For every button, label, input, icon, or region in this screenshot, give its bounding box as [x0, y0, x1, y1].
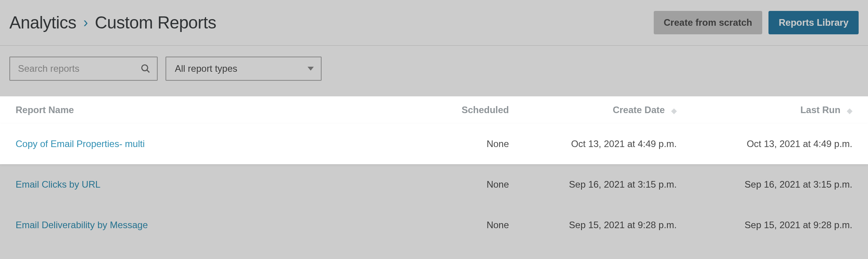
report-name-cell: Email Clicks by URL — [16, 179, 407, 190]
breadcrumb-root[interactable]: Analytics — [9, 13, 76, 32]
scheduled-cell: None — [407, 138, 509, 149]
last-run-cell: Sep 16, 2021 at 3:15 p.m. — [681, 179, 852, 190]
create-date-cell: Sep 16, 2021 at 3:15 p.m. — [509, 179, 681, 190]
chevron-right-icon: › — [84, 16, 88, 30]
table-row[interactable]: Email Deliverability by Message None Sep… — [0, 205, 868, 245]
search-input[interactable] — [9, 57, 158, 81]
page-header: Analytics › Custom Reports Create from s… — [0, 0, 868, 46]
scheduled-cell: None — [407, 220, 509, 231]
search-wrap — [9, 57, 158, 81]
scheduled-cell: None — [407, 179, 509, 190]
column-last-run-label: Last Run — [800, 105, 841, 115]
create-date-cell: Oct 13, 2021 at 4:49 p.m. — [509, 138, 681, 149]
table-row[interactable]: Email Clicks by URL None Sep 16, 2021 at… — [0, 164, 868, 205]
column-report-name[interactable]: Report Name — [16, 105, 407, 115]
breadcrumb: Analytics › Custom Reports — [9, 13, 216, 32]
report-name-cell: Copy of Email Properties- multi — [16, 138, 407, 149]
search-icon — [141, 64, 151, 74]
filter-bar: All report types — [0, 46, 868, 96]
svg-line-1 — [147, 70, 149, 73]
table-row[interactable]: Copy of Email Properties- multi None Oct… — [0, 124, 868, 164]
reports-table: Report Name Scheduled Create Date ◆ Last… — [0, 96, 868, 245]
sort-diamond-icon: ◆ — [671, 106, 677, 115]
create-date-cell: Sep 15, 2021 at 9:28 p.m. — [509, 220, 681, 231]
create-from-scratch-button[interactable]: Create from scratch — [654, 11, 763, 34]
report-link[interactable]: Email Clicks by URL — [16, 179, 100, 190]
sort-diamond-icon: ◆ — [847, 106, 852, 115]
reports-library-button[interactable]: Reports Library — [768, 11, 859, 34]
last-run-cell: Oct 13, 2021 at 4:49 p.m. — [681, 138, 852, 149]
svg-point-0 — [142, 65, 148, 71]
table-header: Report Name Scheduled Create Date ◆ Last… — [0, 96, 868, 124]
caret-down-icon — [308, 67, 314, 71]
report-link[interactable]: Email Deliverability by Message — [16, 220, 148, 230]
column-create-date[interactable]: Create Date ◆ — [509, 105, 681, 115]
breadcrumb-current: Custom Reports — [95, 13, 216, 32]
report-type-label: All report types — [175, 63, 237, 74]
column-last-run[interactable]: Last Run ◆ — [681, 105, 852, 115]
report-link[interactable]: Copy of Email Properties- multi — [16, 138, 145, 149]
report-name-cell: Email Deliverability by Message — [16, 220, 407, 231]
header-actions: Create from scratch Reports Library — [654, 11, 859, 34]
column-scheduled[interactable]: Scheduled — [407, 105, 509, 115]
column-create-date-label: Create Date — [613, 105, 665, 115]
last-run-cell: Sep 15, 2021 at 9:28 p.m. — [681, 220, 852, 231]
report-type-select[interactable]: All report types — [165, 57, 322, 81]
